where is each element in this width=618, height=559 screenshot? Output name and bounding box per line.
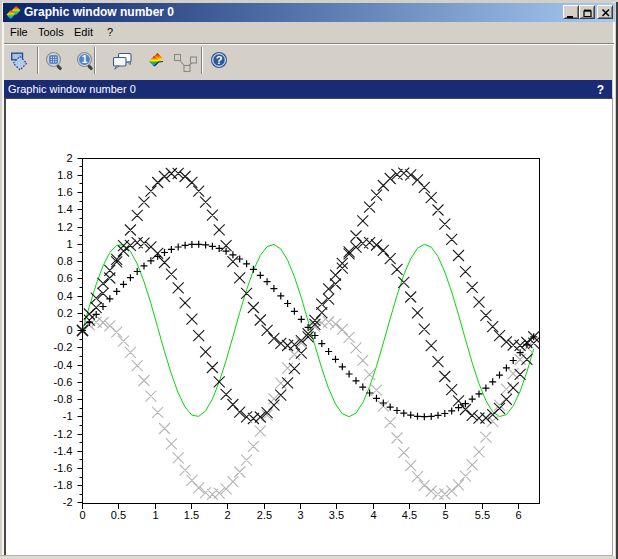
svg-text:1: 1: [66, 238, 72, 250]
svg-text:0.4: 0.4: [57, 290, 72, 302]
svg-text:2: 2: [66, 152, 72, 164]
svg-text:2: 2: [224, 509, 230, 521]
svg-text:1.5: 1.5: [184, 509, 199, 521]
svg-text:0.2: 0.2: [57, 307, 72, 319]
svg-text:0.8: 0.8: [57, 255, 72, 267]
svg-text:1.4: 1.4: [57, 203, 72, 215]
svg-text:1.8: 1.8: [57, 169, 72, 181]
svg-text:4.5: 4.5: [402, 509, 417, 521]
svg-text:3: 3: [297, 509, 303, 521]
svg-text:-2: -2: [63, 496, 73, 508]
svg-text:-1.8: -1.8: [54, 479, 73, 491]
svg-text:0.5: 0.5: [111, 509, 126, 521]
svg-text:-1: -1: [63, 410, 73, 422]
svg-text:1.2: 1.2: [57, 221, 72, 233]
svg-text:-1.4: -1.4: [54, 445, 73, 457]
svg-text:-0.2: -0.2: [54, 341, 73, 353]
svg-text:5.5: 5.5: [475, 509, 490, 521]
svg-text:0.6: 0.6: [57, 272, 72, 284]
svg-text:4: 4: [370, 509, 376, 521]
svg-text:-0.8: -0.8: [54, 393, 73, 405]
svg-text:1: 1: [152, 509, 158, 521]
svg-text:5: 5: [442, 509, 448, 521]
svg-text:1.6: 1.6: [57, 186, 72, 198]
svg-text:-1.6: -1.6: [54, 462, 73, 474]
svg-text:3.5: 3.5: [329, 509, 344, 521]
svg-text:0: 0: [66, 324, 72, 336]
svg-text:0: 0: [79, 509, 85, 521]
svg-text:-0.6: -0.6: [54, 376, 73, 388]
svg-text:-0.4: -0.4: [54, 359, 73, 371]
svg-text:2.5: 2.5: [257, 509, 272, 521]
svg-text:-1.2: -1.2: [54, 428, 73, 440]
svg-text:6: 6: [515, 509, 521, 521]
